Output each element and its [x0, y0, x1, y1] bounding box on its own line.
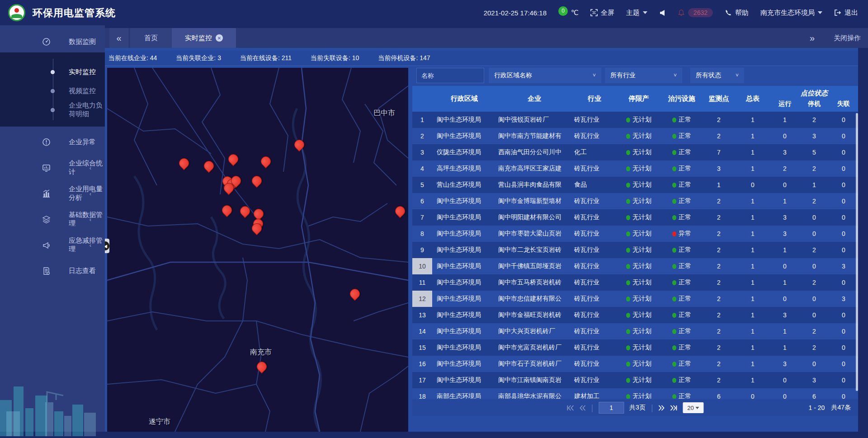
cell-total-meter: 0: [735, 177, 770, 193]
cell-running: 1: [770, 112, 799, 128]
subcol-header-运行: 运行: [770, 100, 800, 108]
subcol-header-失联: 失联: [829, 100, 858, 108]
sidebar-subitem-label: 实时监控: [69, 68, 96, 76]
cell-running: 1: [770, 274, 799, 291]
tab-realtime-monitor[interactable]: 实时监控 ✕: [172, 28, 236, 48]
cell-halted: 2: [799, 160, 829, 177]
org-menu[interactable]: 南充市生态环境局: [760, 9, 822, 17]
cell-total-meter: 1: [735, 112, 770, 128]
cell-running: 0: [770, 291, 799, 307]
table-row[interactable]: 13阆中生态环境局阆中市金福旺页岩机砖砖瓦行业无计划正常21300: [412, 307, 858, 323]
fullscreen-button[interactable]: 全屏: [590, 9, 614, 17]
notification-widget[interactable]: 2632: [678, 8, 713, 17]
table-row[interactable]: 17阆中生态环境局阆中市江南镇阆南页岩砖瓦行业无计划正常21030: [412, 372, 858, 388]
table-row[interactable]: 14阆中生态环境局阆中大兴页岩机砖厂砖瓦行业无计划正常21120: [412, 323, 858, 339]
tab-close-icon[interactable]: ✕: [216, 34, 223, 42]
sidebar-submenu: 实时监控视频监控企业电力负荷明细: [0, 52, 105, 127]
cell-monitor-points: 1: [703, 177, 735, 193]
sidebar-item-企业异常[interactable]: 企业异常‹: [0, 132, 105, 152]
tabs-scroll-left-button[interactable]: «: [109, 28, 128, 48]
chevron-left-icon: ‹: [90, 268, 91, 274]
table-row[interactable]: 11阆中生态环境局阆中市五马桥页岩机砖砖瓦行业无计划正常21120: [412, 274, 858, 291]
sidebar-item-企业综合统计[interactable]: 企业综合统计‹: [0, 157, 105, 178]
chevron-left-icon: ‹: [90, 139, 91, 146]
cell-halted: 3: [799, 372, 829, 388]
sidebar-item-数据监测[interactable]: 数据监测˅: [0, 31, 105, 52]
chevron-down-icon: ˅: [674, 72, 677, 79]
cell-monitor-points: 2: [703, 307, 735, 323]
sidebar-item-企业用电量分析[interactable]: 企业用电量分析‹: [0, 183, 105, 204]
status-dot-icon: [672, 280, 676, 285]
table-row[interactable]: 4高坪生态环境局南充市高坪区王家店建砖瓦行业无计划正常31220: [412, 160, 858, 177]
theme-menu[interactable]: 主题: [626, 9, 647, 17]
table-row[interactable]: 6阆中生态环境局阆中市金博瑞新型墙材砖瓦行业无计划正常21120: [412, 193, 858, 209]
sidebar-item-日志查看[interactable]: 日志查看‹: [0, 260, 105, 281]
cell-index: 12: [412, 291, 432, 307]
cell-index: 7: [412, 209, 432, 226]
cell-company: 南部县珧华水泥有限公: [496, 388, 572, 399]
table-scrollbar[interactable]: [856, 113, 858, 391]
cell-region: 阆中生态环境局: [432, 274, 496, 291]
cell-monitor-points: 2: [703, 242, 735, 258]
cell-halted: 0: [799, 226, 829, 242]
table-row[interactable]: 15阆中生态环境局阆中市光富页岩机砖厂砖瓦行业无计划正常21120: [412, 339, 858, 356]
cell-lost: 0: [829, 226, 858, 242]
cell-facility-status: 正常: [661, 160, 703, 177]
cell-region: 阆中生态环境局: [432, 128, 496, 144]
cell-total-meter: 1: [735, 128, 770, 144]
last-page-button[interactable]: [670, 405, 678, 411]
cell-industry: 砖瓦行业: [572, 112, 617, 128]
cell-total-meter: 1: [735, 226, 770, 242]
table-row[interactable]: 16阆中生态环境局阆中市石子页岩机砖厂砖瓦行业无计划正常21300: [412, 356, 858, 372]
table-row[interactable]: 2阆中生态环境局阆中市南方节能建材有砖瓦行业无计划正常21030: [412, 128, 858, 144]
help-button[interactable]: 帮助: [725, 9, 749, 17]
tabs-scroll-right-button[interactable]: »: [810, 28, 815, 48]
name-search-input[interactable]: [416, 68, 484, 83]
table-row[interactable]: 8阆中生态环境局阆中市枣碧大梁山页岩砖瓦行业无计划异常21300: [412, 226, 858, 242]
prev-page-button[interactable]: [579, 405, 585, 411]
sidebar-item-应急减排管理[interactable]: 应急减排管理‹: [0, 235, 105, 255]
cell-industry: 化工: [572, 144, 617, 160]
cell-running: 3: [770, 356, 799, 372]
sidebar-item-label: 应急减排管理: [69, 236, 105, 254]
table-row[interactable]: 10阆中生态环境局阆中千佛镇五郎垭页岩砖瓦行业无计划正常21003: [412, 258, 858, 274]
cell-stop-status: 无计划: [617, 339, 661, 356]
table-row[interactable]: 12阆中生态环境局阆中市忠信建材有限公砖瓦行业无计划正常21003: [412, 291, 858, 307]
sidebar-subitem-视频监控[interactable]: 视频监控: [0, 81, 105, 100]
sidebar-item-基础数据管理[interactable]: 基础数据管理‹: [0, 209, 105, 230]
cell-index: 10: [412, 258, 432, 274]
sidebar-subitem-实时监控[interactable]: 实时监控: [0, 62, 105, 81]
cell-industry: 砖瓦行业: [572, 372, 617, 388]
sidebar-subitem-label: 视频监控: [69, 87, 96, 95]
table-row[interactable]: 7阆中生态环境局阆中明阳建材有限公司砖瓦行业无计划正常21300: [412, 209, 858, 226]
region-filter-select[interactable]: 行政区域名称 ˅: [489, 68, 601, 83]
map-panel[interactable]: 巴中市南充市遂宁市 ◀: [107, 68, 408, 432]
chevron-left-icon: ‹: [90, 242, 91, 249]
status-filter-value: 所有状态: [696, 71, 721, 80]
next-page-button[interactable]: [659, 405, 665, 411]
logout-button[interactable]: 退出: [834, 9, 858, 17]
cell-total-meter: 1: [735, 356, 770, 372]
table-row[interactable]: 5营山生态环境局营山县润丰肉食品有限食品无计划正常10010: [412, 177, 858, 193]
cell-facility-status: 正常: [661, 112, 703, 128]
tab-home[interactable]: 首页: [130, 28, 172, 48]
table-row[interactable]: 1阆中生态环境局阆中强锐页岩砖厂砖瓦行业无计划正常21120: [412, 112, 858, 128]
page-number-input[interactable]: [599, 402, 624, 414]
sidebar-subitem-企业电力负荷明细[interactable]: 企业电力负荷明细: [0, 100, 105, 119]
cell-total-meter: 1: [735, 242, 770, 258]
close-operations-button[interactable]: 关闭操作: [834, 28, 861, 48]
table-row[interactable]: 3仪陇生态环境局西南油气田分公司川中化工无计划正常71350: [412, 144, 858, 160]
mute-button[interactable]: [659, 9, 666, 16]
table-row[interactable]: 18南部生态环境局南部县珧华水泥有限公建材加工无计划正常60060: [412, 388, 858, 399]
status-filter-select[interactable]: 所有状态 ˅: [690, 68, 744, 83]
cell-region: 高坪生态环境局: [432, 160, 496, 177]
industry-filter-select[interactable]: 所有行业 ˅: [605, 68, 682, 83]
cell-monitor-points: 2: [703, 226, 735, 242]
page-size-select[interactable]: 20: [683, 402, 704, 413]
cell-industry: 砖瓦行业: [572, 356, 617, 372]
chevron-down-icon: [818, 11, 822, 14]
first-page-button[interactable]: [566, 405, 574, 411]
table-row[interactable]: 9阆中生态环境局阆中市二龙长宝页岩砖砖瓦行业无计划正常21120: [412, 242, 858, 258]
megaphone-icon: [41, 241, 51, 250]
cell-industry: 砖瓦行业: [572, 128, 617, 144]
